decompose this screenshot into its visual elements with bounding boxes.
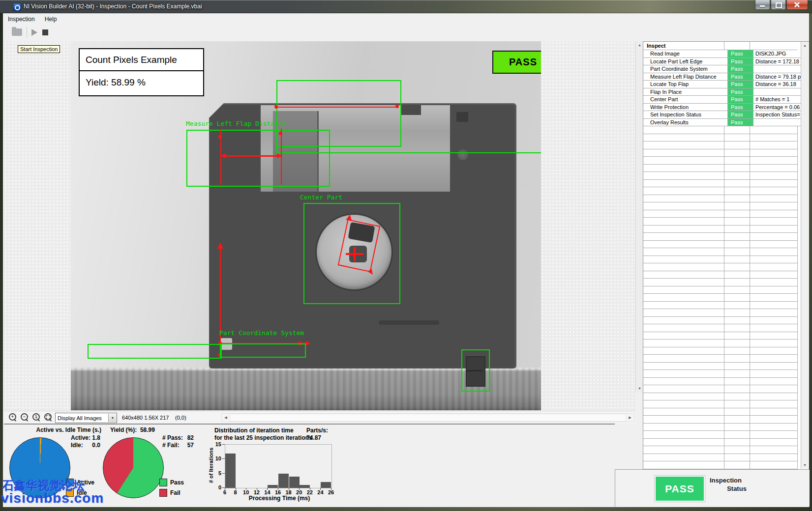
table-row[interactable] xyxy=(643,248,809,256)
chevron-down-icon[interactable]: ▼ xyxy=(108,414,117,422)
scroll-down-icon[interactable]: ▼ xyxy=(801,461,809,469)
table-row[interactable] xyxy=(643,294,809,302)
menu-inspection[interactable]: Inspection xyxy=(3,14,40,24)
pass-swatch xyxy=(159,479,167,486)
table-row[interactable] xyxy=(643,187,809,195)
table-row[interactable] xyxy=(643,393,809,401)
table-scrollbar[interactable]: ▲ ▼ xyxy=(801,42,809,469)
table-row[interactable] xyxy=(643,256,809,264)
start-inspection-tooltip: Start Inspection xyxy=(18,45,60,53)
table-row[interactable] xyxy=(643,439,809,447)
table-row[interactable] xyxy=(643,302,809,310)
scroll-up-icon[interactable]: ▲ xyxy=(636,41,643,49)
table-row[interactable]: Read ImagePassDISK20.JPG xyxy=(643,50,809,58)
edge-point xyxy=(218,135,222,139)
table-row[interactable] xyxy=(643,157,809,165)
table-row[interactable] xyxy=(643,226,809,233)
disk-shutter-notch xyxy=(401,105,421,115)
menu-help[interactable]: Help xyxy=(40,14,62,24)
table-row[interactable] xyxy=(643,408,809,416)
inspect-panel: Inspect Read ImagePassDISK20.JPGLocate P… xyxy=(643,41,809,469)
scrollbar-thumb[interactable] xyxy=(230,414,626,422)
scroll-down-icon[interactable]: ▼ xyxy=(636,385,643,392)
table-row[interactable] xyxy=(643,424,809,431)
table-row[interactable] xyxy=(643,400,809,408)
table-row[interactable] xyxy=(643,195,809,203)
table-row[interactable]: Overlay ResultsPass xyxy=(643,119,809,127)
table-row[interactable] xyxy=(643,363,809,370)
crosshair-icon xyxy=(354,247,356,261)
stop-inspection-button[interactable] xyxy=(42,29,48,35)
pass-count-row: # Pass:82 xyxy=(162,434,194,441)
table-row[interactable] xyxy=(643,324,809,332)
zoom-out-icon[interactable]: − xyxy=(21,413,29,422)
close-button[interactable] xyxy=(786,0,808,10)
table-row[interactable]: Flap In PlacePass xyxy=(643,88,809,96)
table-row[interactable]: Measure Left Flap DistancePassDistance =… xyxy=(643,73,809,81)
measure-distance-line xyxy=(222,155,281,157)
table-row[interactable] xyxy=(643,233,809,241)
table-row[interactable] xyxy=(643,378,809,386)
table-row[interactable] xyxy=(643,431,809,439)
table-row[interactable] xyxy=(643,355,809,363)
table-row[interactable] xyxy=(643,263,809,271)
y-tick-label: 10 xyxy=(213,455,221,461)
table-row[interactable] xyxy=(643,271,809,279)
image-resolution-status: 640x480 1.56X 217 xyxy=(122,415,169,421)
table-row[interactable] xyxy=(643,218,809,226)
table-row[interactable] xyxy=(643,149,809,157)
scroll-right-icon[interactable]: ▶ xyxy=(626,414,634,422)
image-display-area[interactable]: Count Pixels Example Yield: 58.99 % PASS… xyxy=(4,41,635,424)
inspect-table[interactable]: Inspect Read ImagePassDISK20.JPGLocate P… xyxy=(643,41,809,470)
table-row[interactable]: Set Inspection StatusPassInspection Stat… xyxy=(643,111,809,119)
y-tick-label: 15 xyxy=(213,441,221,447)
table-row[interactable] xyxy=(643,340,809,347)
table-row[interactable] xyxy=(643,309,809,317)
zoom-in-icon[interactable]: + xyxy=(9,413,17,422)
table-row[interactable]: Center PartPass# Matches = 1 xyxy=(643,96,809,104)
overlay-yield: Yield: 58.99 % xyxy=(80,71,203,93)
vertical-scrollbar[interactable]: ▲ ▼ xyxy=(635,41,643,392)
table-row[interactable] xyxy=(643,385,809,393)
table-row[interactable] xyxy=(643,286,809,294)
table-row[interactable] xyxy=(643,241,809,249)
minimize-button[interactable] xyxy=(755,0,770,10)
parts-per-second-label: Parts/s: xyxy=(306,427,328,434)
table-row[interactable] xyxy=(643,165,809,172)
table-row[interactable]: Locate Top FlapPassDistance = 36.18 xyxy=(643,81,809,88)
table-row[interactable]: Locate Part Left EdgePassDistance = 172.… xyxy=(643,58,809,66)
table-row[interactable] xyxy=(643,370,809,378)
table-row[interactable] xyxy=(643,461,809,469)
table-row[interactable] xyxy=(643,210,809,218)
roi-write-protection xyxy=(461,349,490,392)
table-row[interactable] xyxy=(643,180,809,188)
roi-locate-left-edge xyxy=(88,344,222,359)
scroll-up-icon[interactable]: ▲ xyxy=(801,42,809,49)
table-row[interactable] xyxy=(643,134,809,142)
table-row[interactable] xyxy=(643,446,809,454)
table-row[interactable] xyxy=(643,279,809,286)
table-row[interactable] xyxy=(643,416,809,424)
title-bar[interactable]: NI Vision Builder AI (32-bit) - Inspecti… xyxy=(0,0,812,13)
scroll-left-icon[interactable]: ◀ xyxy=(222,414,230,422)
disk-top-right-notch xyxy=(456,112,468,122)
table-row[interactable] xyxy=(643,347,809,355)
table-row[interactable] xyxy=(643,142,809,149)
app-icon xyxy=(13,3,21,11)
open-folder-icon[interactable] xyxy=(12,28,22,36)
table-row[interactable] xyxy=(643,317,809,325)
table-row[interactable] xyxy=(643,126,809,134)
table-row[interactable]: Write ProtectionPassPercentage = 0.06 % xyxy=(643,104,809,112)
restore-button[interactable] xyxy=(771,0,786,10)
table-row[interactable] xyxy=(643,202,809,210)
start-inspection-button[interactable] xyxy=(31,29,37,36)
table-row[interactable] xyxy=(643,332,809,340)
zoom-fit-icon[interactable] xyxy=(44,413,53,422)
horizontal-scrollbar[interactable]: ◀ ▶ xyxy=(221,413,634,422)
window-controls xyxy=(754,0,808,9)
table-row[interactable] xyxy=(643,454,809,462)
table-row[interactable]: Part Coordinate SystemPass xyxy=(643,65,809,73)
table-row[interactable] xyxy=(643,172,809,180)
display-mode-dropdown[interactable]: Display All Images ▼ xyxy=(55,413,117,423)
zoom-one-to-one-icon[interactable]: 1 xyxy=(32,413,41,422)
